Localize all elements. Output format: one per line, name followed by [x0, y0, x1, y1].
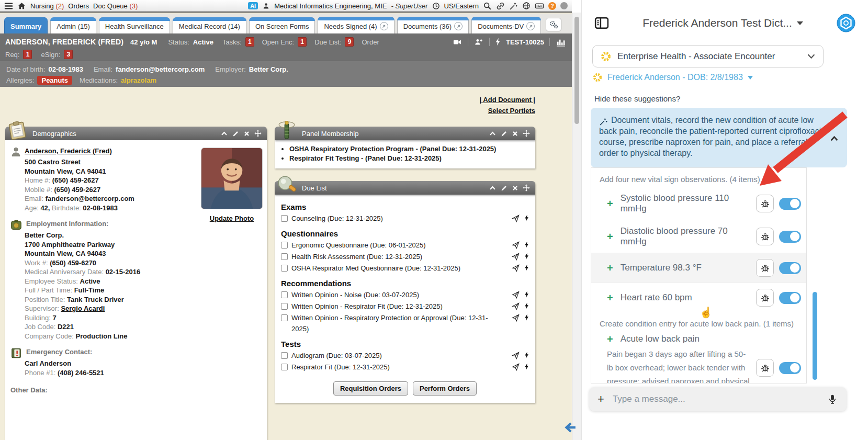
move-icon[interactable]	[523, 130, 530, 137]
due-item-checkbox[interactable]	[281, 253, 288, 260]
microphone-icon[interactable]	[827, 393, 838, 405]
timezone[interactable]: US/Eastern	[444, 2, 479, 10]
tab-health-surveillance[interactable]: Health Surveillance	[99, 17, 170, 33]
tab-admin[interactable]: Admin (15)	[50, 17, 96, 33]
move-icon[interactable]	[254, 130, 262, 137]
tasks-count-badge[interactable]: 1	[245, 37, 254, 47]
open-enc-count-badge[interactable]: 1	[298, 37, 307, 47]
panel-membership-header[interactable]: Panel Membership	[275, 127, 535, 140]
video-visit-icon[interactable]	[452, 38, 463, 47]
suggestion-row-diastolic[interactable]: + Diastolic blood pressure 70 mmHg	[591, 220, 806, 253]
session-title-dropdown[interactable]: Frederick Anderson Test Dict...	[609, 17, 837, 29]
send-plane-icon[interactable]	[512, 302, 520, 310]
message-input[interactable]	[613, 394, 818, 404]
accept-toggle[interactable]	[779, 292, 801, 304]
panel-toggle-icon[interactable]	[594, 16, 609, 30]
medication-link[interactable]: alprazolam	[121, 76, 156, 84]
due-list-count-badge[interactable]: 9	[345, 37, 354, 47]
due-item-checkbox[interactable]	[281, 364, 288, 370]
globe-icon[interactable]	[522, 2, 531, 10]
quick-action-bolt-icon[interactable]	[524, 363, 529, 370]
send-plane-icon[interactable]	[512, 314, 520, 322]
encounter-selector[interactable]: Enterprise Health - Associate Encounter	[592, 45, 824, 67]
due-item-checkbox[interactable]	[281, 314, 288, 321]
accept-toggle[interactable]	[779, 262, 801, 274]
quick-action-bolt-icon[interactable]	[524, 241, 529, 249]
add-plus-icon[interactable]: +	[607, 263, 613, 273]
chart-stats-icon[interactable]	[555, 37, 567, 47]
add-plus-icon[interactable]: +	[607, 199, 613, 208]
attach-plus-icon[interactable]: +	[598, 392, 604, 406]
suggestion-row-temperature[interactable]: + Temperature 98.3 °F	[591, 253, 806, 283]
quick-action-bolt-icon[interactable]	[524, 253, 529, 260]
due-item-checkbox[interactable]	[281, 242, 288, 249]
collapse-chevron-icon[interactable]	[830, 135, 839, 142]
due-item-checkbox[interactable]	[281, 291, 288, 298]
add-plus-icon[interactable]: +	[607, 293, 613, 302]
requisition-orders-button[interactable]: Requisition Orders	[333, 381, 408, 396]
quick-action-bolt-icon[interactable]	[524, 264, 529, 272]
send-plane-icon[interactable]	[512, 352, 520, 359]
status-dot-icon[interactable]	[560, 2, 568, 9]
due-item-checkbox[interactable]	[281, 303, 288, 310]
supervisor-link[interactable]: Sergio Acardi	[61, 304, 105, 312]
debug-button[interactable]	[756, 359, 774, 377]
patient-context-link[interactable]: Frederick Anderson - DOB: 2/8/1983	[592, 72, 753, 83]
tab-medical-record[interactable]: Medical Record (14)	[173, 17, 246, 33]
demographics-header[interactable]: Demographics	[5, 127, 267, 140]
send-plane-icon[interactable]	[512, 215, 520, 222]
external-link-icon[interactable]	[526, 22, 535, 30]
nav-doc-queue[interactable]: Doc Queue (3)	[93, 2, 138, 10]
move-icon[interactable]	[523, 184, 530, 191]
tab-on-screen-forms[interactable]: On Screen Forms	[249, 17, 315, 33]
accept-toggle[interactable]	[779, 198, 801, 210]
debug-button[interactable]	[756, 259, 774, 277]
quick-action-bolt-icon[interactable]	[524, 352, 529, 359]
accept-toggle[interactable]	[779, 362, 801, 374]
help-icon[interactable]: ?	[548, 2, 556, 10]
quick-action-bolt-icon[interactable]	[524, 314, 529, 321]
add-plus-icon[interactable]: +	[607, 334, 613, 344]
add-plus-icon[interactable]: +	[607, 232, 613, 241]
close-icon[interactable]	[512, 131, 518, 137]
edit-pencil-icon[interactable]	[501, 185, 508, 191]
collapse-icon[interactable]	[221, 131, 228, 136]
hide-suggestions-prompt[interactable]: Hide these suggestions?	[594, 94, 680, 103]
external-link-icon[interactable]	[454, 22, 463, 30]
send-plane-icon[interactable]	[512, 363, 520, 371]
edit-pencil-icon[interactable]	[232, 130, 239, 137]
tab-needs-signed[interactable]: Needs Signed (4)	[318, 17, 394, 33]
suggestion-row-heart-rate[interactable]: + Heart rate 60 bpm	[591, 283, 806, 312]
add-document-link[interactable]: | Add Document |	[480, 94, 535, 105]
chart-id[interactable]: TEST-10025	[506, 38, 544, 46]
perform-orders-button[interactable]: Perform Orders	[413, 381, 477, 396]
send-plane-icon[interactable]	[512, 241, 520, 249]
keyboard-icon[interactable]	[535, 1, 544, 10]
due-item-checkbox[interactable]	[281, 352, 288, 359]
search-icon[interactable]	[483, 2, 492, 10]
debug-button[interactable]	[756, 228, 774, 245]
due-item-checkbox[interactable]	[281, 215, 288, 222]
quick-action-bolt-icon[interactable]	[524, 215, 529, 222]
hamburger-menu-icon[interactable]	[4, 2, 13, 10]
collapse-sidebar-arrow-icon[interactable]	[563, 421, 577, 434]
close-icon[interactable]	[244, 131, 250, 137]
req-count-badge[interactable]: 1	[23, 50, 32, 59]
allergy-badge[interactable]: Peanuts	[37, 76, 72, 85]
tab-settings-button[interactable]	[546, 18, 561, 31]
esign-count-badge[interactable]: 3	[64, 50, 73, 59]
suggestion-row-condition[interactable]: + Acute low back pain Pain began 3 days …	[591, 332, 806, 383]
collapse-icon[interactable]	[489, 131, 496, 136]
debug-button[interactable]	[756, 195, 774, 212]
quick-action-bolt-icon[interactable]	[524, 302, 529, 310]
update-photo-link[interactable]: Update Photo	[201, 214, 263, 223]
suggestion-summary-card[interactable]: Document vitals, record the new conditio…	[591, 108, 847, 167]
quick-action-bolt-icon[interactable]	[524, 291, 529, 298]
home-icon[interactable]	[17, 2, 26, 10]
suggestion-row-systolic[interactable]: + Systolic blood pressure 110 mmHg	[591, 187, 806, 220]
main-scrollbar-thumb[interactable]	[574, 17, 579, 124]
due-list-header[interactable]: Due List	[275, 181, 535, 195]
patient-name-link[interactable]: Anderson, Frederick (Fred)	[25, 146, 112, 156]
close-icon[interactable]	[512, 185, 518, 191]
tab-documents[interactable]: Documents (36)	[397, 17, 469, 33]
